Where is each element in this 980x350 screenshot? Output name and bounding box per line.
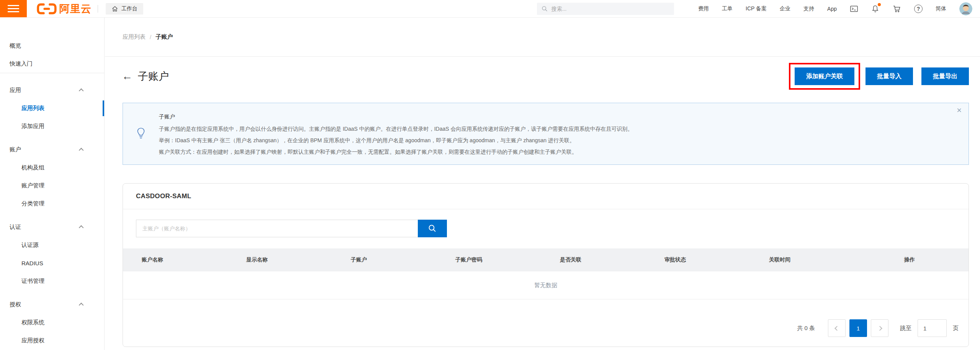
column-header: 审批状态 — [646, 256, 750, 263]
aliyun-logo[interactable]: 阿里云 — [37, 2, 92, 16]
info-line: 子账户指的是在指定应用系统中，用户会以什么身份进行访问。主账户指的是 IDaaS… — [159, 123, 942, 135]
sidebar-item-add-app[interactable]: 添加应用 — [0, 117, 104, 135]
topbar-right-nav: 费用 工单 ICP 备案 企业 支持 App ? — [698, 2, 980, 15]
sidebar-item-permission-system[interactable]: 权限系统 — [0, 314, 104, 332]
breadcrumb-separator: / — [150, 34, 151, 40]
breadcrumb: 应用列表 / 子账户 — [105, 18, 980, 57]
batch-import-button[interactable]: 批量导入 — [865, 67, 913, 85]
nav-tickets[interactable]: 工单 — [722, 5, 733, 12]
breadcrumb-parent[interactable]: 应用列表 — [123, 33, 146, 41]
red-annotation-box: 添加账户关联 — [789, 63, 860, 90]
sidebar-item-org-groups[interactable]: 机构及组 — [0, 159, 104, 177]
column-header: 显示名称 — [227, 256, 332, 263]
info-banner-title: 子账户 — [159, 111, 942, 122]
notifications-bell-icon[interactable] — [871, 5, 879, 13]
topbar: 阿里云 工作台 费用 工单 ICP 备案 企业 支持 App — [0, 0, 980, 18]
sidebar-item-app-list[interactable]: 应用列表 — [0, 99, 104, 117]
global-search — [537, 3, 674, 15]
main-content: 应用列表 / 子账户 ← 子账户 添加账户关联 批量导入 批量导出 子账户 子账… — [105, 18, 980, 350]
workbench-button[interactable]: 工作台 — [106, 3, 143, 15]
workbench-label: 工作台 — [121, 5, 137, 12]
chevron-right-icon — [877, 326, 882, 331]
sidebar-item-account-mgmt[interactable]: 账户管理 — [0, 177, 104, 195]
nav-app[interactable]: App — [827, 6, 837, 12]
pagination-page-unit: 页 — [953, 325, 959, 332]
column-header: 关联时间 — [750, 256, 855, 263]
sidebar-group-authorization[interactable]: 授权 — [0, 296, 104, 314]
notification-dot — [878, 3, 881, 6]
cloudshell-icon[interactable] — [850, 5, 858, 13]
home-icon — [111, 5, 118, 12]
locale-switcher[interactable]: 简体 — [936, 5, 946, 12]
sidebar-item-radius[interactable]: RADIUS — [0, 254, 104, 272]
info-banner-content: 子账户 子账户指的是在指定应用系统中，用户会以什么身份进行访问。主账户指的是 I… — [159, 103, 969, 164]
sidebar-group-label: 应用 — [10, 87, 80, 94]
sidebar-group-label: 账户 — [10, 146, 80, 153]
bulb-icon — [123, 103, 159, 164]
card-title: CASDOOR-SAML — [123, 184, 969, 209]
cart-icon[interactable] — [892, 4, 901, 13]
nav-billing[interactable]: 费用 — [698, 5, 709, 12]
sidebar-group-application[interactable]: 应用 — [0, 81, 104, 99]
account-search-input[interactable] — [136, 220, 418, 237]
table-empty-state: 暂无数据 — [123, 271, 969, 299]
avatar[interactable] — [959, 2, 972, 15]
close-icon[interactable]: × — [957, 106, 962, 115]
batch-export-button[interactable]: 批量导出 — [921, 67, 969, 85]
chevron-left-icon — [834, 326, 839, 331]
nav-support[interactable]: 支持 — [803, 5, 814, 12]
account-search — [136, 220, 969, 237]
column-header-actions: 操作 — [855, 256, 969, 263]
search-button[interactable] — [418, 220, 447, 237]
nav-enterprise[interactable]: 企业 — [780, 5, 790, 12]
sidebar-item-overview[interactable]: 概览 — [0, 37, 104, 55]
breadcrumb-current: 子账户 — [155, 33, 173, 41]
column-header: 子账户 — [332, 256, 437, 263]
column-header: 是否关联 — [541, 256, 646, 263]
pagination: 共 0 条 1 跳至 页 — [123, 319, 969, 337]
sidebar-item-category-mgmt[interactable]: 分类管理 — [0, 195, 104, 213]
pagination-jump-input[interactable] — [918, 319, 947, 337]
logo-text: 阿里云 — [59, 2, 92, 16]
global-search-input[interactable] — [551, 6, 669, 12]
info-banner: 子账户 子账户指的是在指定应用系统中，用户会以什么身份进行访问。主账户指的是 I… — [123, 103, 969, 165]
sidebar-item-auth-source[interactable]: 认证源 — [0, 236, 104, 254]
topbar-divider — [98, 5, 98, 13]
sidebar-group-label: 认证 — [10, 223, 80, 231]
sidebar-group-auth[interactable]: 认证 — [0, 218, 104, 236]
pagination-total: 共 0 条 — [797, 325, 815, 332]
sidebar: 概览 快速入门 应用 应用列表 添加应用 账户 机构及组 账户管理 分类管理 认… — [0, 18, 105, 350]
pagination-prev-button[interactable] — [828, 319, 846, 337]
page-title: 子账户 — [138, 69, 169, 83]
search-icon — [428, 224, 437, 233]
help-icon[interactable]: ? — [914, 5, 923, 13]
pagination-page-1[interactable]: 1 — [849, 319, 867, 337]
add-account-link-button[interactable]: 添加账户关联 — [795, 67, 854, 85]
hamburger-menu-icon[interactable] — [0, 0, 27, 17]
aliyun-logo-icon — [37, 2, 57, 15]
page-actions: 添加账户关联 批量导入 批量导出 — [789, 63, 969, 90]
sidebar-group-label: 授权 — [10, 301, 80, 308]
info-line: 举例：IDaaS 中有主账户 张三（用户名 zhangsan），在企业的 BPM… — [159, 135, 942, 146]
sidebar-item-cert-mgmt[interactable]: 证书管理 — [0, 272, 104, 290]
sidebar-group-account[interactable]: 账户 — [0, 141, 104, 159]
pagination-next-button[interactable] — [871, 319, 888, 337]
info-line: 账户关联方式：在应用创建时，如果选择了账户映射，即默认主账户和子账户完全一致，无… — [159, 146, 942, 158]
column-header: 账户名称 — [123, 256, 227, 263]
back-arrow-icon[interactable]: ← — [122, 71, 133, 82]
pagination-jump-label: 跳至 — [900, 325, 911, 332]
table-header-row: 账户名称 显示名称 子账户 子账户密码 是否关联 审批状态 关联时间 操作 — [123, 248, 969, 271]
search-icon — [542, 5, 548, 12]
page-header: ← 子账户 添加账户关联 批量导入 批量导出 — [105, 63, 980, 90]
nav-icp[interactable]: ICP 备案 — [746, 5, 767, 12]
sidebar-divider — [0, 73, 104, 73]
sidebar-item-app-authorization[interactable]: 应用授权 — [0, 332, 104, 350]
sidebar-item-quickstart[interactable]: 快速入门 — [0, 55, 104, 73]
column-header: 子账户密码 — [437, 256, 541, 263]
subaccount-card: CASDOOR-SAML 账户名称 显示名称 子账户 子账户密码 是否关联 审批… — [123, 183, 969, 347]
